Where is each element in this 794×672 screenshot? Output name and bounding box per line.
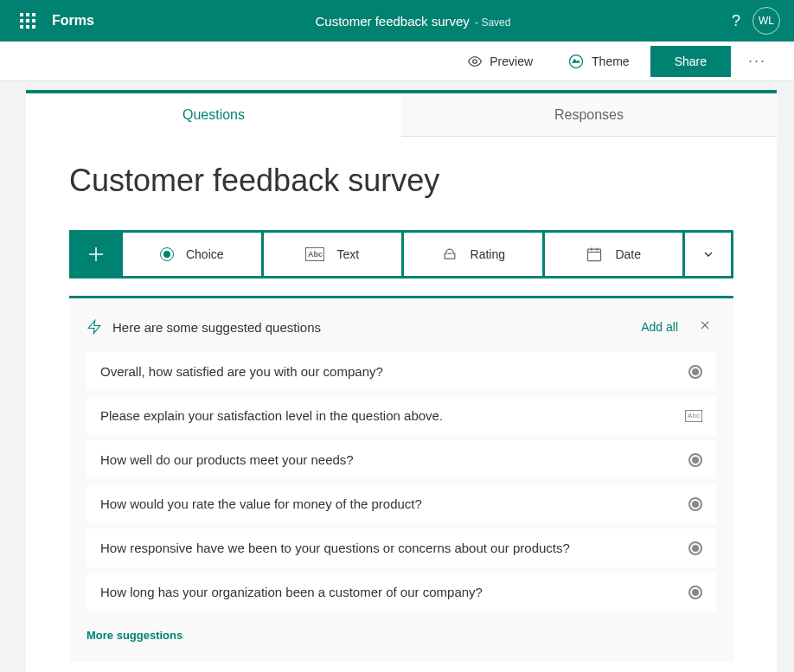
close-suggestions-button[interactable]: [694, 317, 716, 336]
rating-icon: [441, 246, 458, 263]
suggestions-panel: Here are some suggested questions Add al…: [69, 296, 733, 662]
form-title-text: Customer feedback survey: [315, 14, 469, 29]
form-card: Questions Responses Customer feedback su…: [26, 90, 777, 672]
question-type-choice[interactable]: Choice: [120, 233, 261, 276]
suggestion-item[interactable]: How would you rate the value for money o…: [86, 484, 716, 523]
add-question-toolbar: Choice Abc Text Rating Date: [69, 230, 733, 278]
choice-icon: [160, 247, 174, 261]
question-type-more[interactable]: [682, 233, 731, 276]
suggestion-text: How well do our products meet your needs…: [100, 452, 354, 467]
share-button[interactable]: Share: [650, 46, 731, 77]
text-icon: Abc: [305, 247, 324, 261]
tab-questions[interactable]: Questions: [26, 93, 401, 137]
radio-type-icon: [688, 541, 702, 555]
add-question-button[interactable]: [72, 233, 120, 276]
more-suggestions-link[interactable]: More suggestions: [86, 629, 182, 642]
suggestions-header-text: Here are some suggested questions: [112, 320, 321, 335]
app-name[interactable]: Forms: [52, 13, 94, 29]
radio-type-icon: [688, 365, 702, 379]
add-all-button[interactable]: Add all: [641, 320, 678, 334]
text-type-icon: Abc: [685, 410, 702, 422]
top-bar: Forms Customer feedback survey - Saved ?…: [0, 0, 794, 42]
theme-button[interactable]: Theme: [554, 46, 644, 77]
plus-icon: [86, 244, 106, 265]
svg-rect-4: [588, 249, 601, 260]
close-icon: [699, 319, 711, 331]
lightning-icon: [86, 319, 102, 335]
radio-type-icon: [688, 586, 702, 599]
question-type-date[interactable]: Date: [542, 233, 683, 276]
question-type-rating[interactable]: Rating: [401, 233, 542, 276]
preview-icon: [467, 54, 483, 69]
form-tabs: Questions Responses: [26, 93, 777, 137]
form-title-bar: Customer feedback survey - Saved: [94, 14, 732, 29]
suggestion-text: Please explain your satisfaction level i…: [100, 408, 443, 423]
suggestion-text: How long has your organization been a cu…: [100, 585, 483, 599]
svg-point-0: [473, 59, 477, 63]
tab-responses[interactable]: Responses: [401, 93, 777, 137]
help-icon[interactable]: ?: [732, 12, 740, 30]
preview-button[interactable]: Preview: [453, 47, 547, 76]
theme-icon: [567, 53, 585, 70]
chevron-down-icon: [701, 247, 715, 261]
date-icon: [586, 246, 603, 263]
action-bar: Preview Theme Share ···: [0, 42, 794, 81]
suggestion-item[interactable]: How well do our products meet your needs…: [86, 440, 716, 479]
suggestion-item[interactable]: Please explain your satisfaction level i…: [86, 396, 716, 435]
app-launcher-icon[interactable]: [7, 0, 48, 42]
more-menu-button[interactable]: ···: [738, 45, 777, 77]
form-title-heading[interactable]: Customer feedback survey: [69, 163, 733, 199]
question-type-text[interactable]: Abc Text: [261, 233, 402, 276]
radio-type-icon: [688, 497, 702, 511]
suggestion-text: Overall, how satisfied are you with our …: [100, 364, 383, 379]
avatar[interactable]: WL: [752, 7, 780, 35]
suggestion-text: How responsive have we been to your ques…: [100, 541, 570, 555]
suggestion-item[interactable]: How responsive have we been to your ques…: [86, 528, 716, 567]
save-status: - Saved: [475, 16, 510, 29]
radio-type-icon: [688, 453, 702, 467]
main-scroll-area: Questions Responses Customer feedback su…: [0, 81, 794, 672]
svg-marker-8: [88, 321, 100, 334]
suggestion-item[interactable]: How long has your organization been a cu…: [86, 573, 716, 611]
suggestion-text: How would you rate the value for money o…: [100, 496, 422, 511]
suggestion-item[interactable]: Overall, how satisfied are you with our …: [86, 352, 716, 391]
